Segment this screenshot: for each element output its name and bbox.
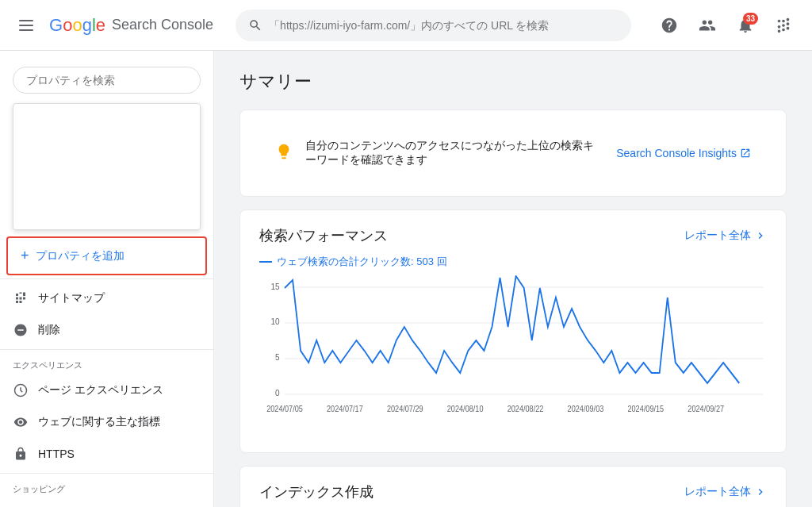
index-report-link[interactable]: レポート全体 bbox=[684, 485, 767, 499]
svg-text:15: 15 bbox=[270, 282, 279, 292]
svg-text:2024/09/03: 2024/09/03 bbox=[568, 405, 604, 413]
index-header: インデックス作成 レポート全体 bbox=[259, 482, 767, 501]
performance-card: 検索パフォーマンス レポート全体 ウェブ検索の合計クリック数: 503 回 15… bbox=[239, 209, 787, 453]
performance-report-link[interactable]: レポート全体 bbox=[684, 229, 767, 243]
external-link-icon bbox=[740, 148, 751, 159]
chart-legend-line bbox=[259, 261, 272, 263]
performance-chart-svg: 15 10 5 0 2024/07/05 2024/07/17 2024/0 bbox=[259, 275, 767, 434]
web-vitals-icon bbox=[13, 414, 29, 430]
topbar-icons: 33 bbox=[653, 10, 799, 41]
sidebar-item-web-vitals[interactable]: ウェブに関する主な指標 bbox=[0, 406, 207, 438]
sidebar-item-delete[interactable]: 削除 bbox=[0, 314, 207, 346]
chevron-right-icon-2 bbox=[754, 486, 767, 498]
https-icon bbox=[13, 446, 29, 462]
sidebar-search-wrap bbox=[0, 57, 213, 103]
delete-label: 削除 bbox=[38, 323, 60, 337]
page-experience-label: ページ エクスペリエンス bbox=[38, 383, 163, 398]
search-icon bbox=[248, 18, 262, 33]
insight-banner: 自分のコンテンツへのアクセスにつながった上位の検索キーワードを確認できます Se… bbox=[259, 126, 767, 180]
https-label: HTTPS bbox=[38, 447, 75, 460]
svg-text:5: 5 bbox=[275, 352, 280, 363]
sidebar-item-shopping[interactable]: ショッピング タブのリス... bbox=[0, 498, 207, 507]
svg-text:2024/07/05: 2024/07/05 bbox=[266, 405, 303, 413]
google-logo: Google Search Console bbox=[49, 15, 213, 36]
chart-legend-label: ウェブ検索の合計クリック数: 503 回 bbox=[259, 255, 767, 269]
sidebar-item-https[interactable]: HTTPS bbox=[0, 438, 207, 470]
svg-text:2024/08/22: 2024/08/22 bbox=[508, 405, 544, 413]
svg-text:10: 10 bbox=[270, 317, 279, 327]
performance-title: 検索パフォーマンス bbox=[259, 226, 388, 245]
sitemap-label: サイトマップ bbox=[38, 291, 105, 305]
account-button[interactable] bbox=[691, 10, 723, 41]
notification-count: 33 bbox=[743, 13, 758, 25]
performance-header: 検索パフォーマンス レポート全体 bbox=[259, 226, 767, 245]
shopping-section-label: ショッピング bbox=[0, 477, 213, 498]
page-title: サマリー bbox=[239, 70, 787, 94]
performance-chart: 15 10 5 0 2024/07/05 2024/07/17 2024/0 bbox=[259, 275, 767, 436]
svg-text:0: 0 bbox=[275, 388, 280, 398]
svg-text:2024/09/27: 2024/09/27 bbox=[688, 405, 724, 413]
delete-icon bbox=[13, 322, 29, 338]
insight-text: 自分のコンテンツへのアクセスにつながった上位の検索キーワードを確認できます bbox=[305, 139, 603, 167]
svg-text:2024/07/29: 2024/07/29 bbox=[387, 405, 423, 413]
layout: + プロパティを追加 サイトマップ 削除 エクスペリエンス ページ エクスペリエ… bbox=[0, 51, 812, 507]
web-vitals-label: ウェブに関する主な指標 bbox=[38, 415, 160, 429]
page-experience-icon bbox=[13, 382, 29, 398]
index-card: インデックス作成 レポート全体 ページのインデックス登録 インデックスに登録され… bbox=[239, 466, 787, 507]
insight-link-label: Search Console Insights bbox=[616, 147, 737, 159]
chevron-right-icon bbox=[754, 229, 767, 242]
divider-2 bbox=[0, 349, 213, 350]
help-button[interactable] bbox=[653, 10, 685, 41]
plus-icon: + bbox=[21, 248, 29, 264]
divider bbox=[0, 278, 213, 279]
sitemap-icon bbox=[13, 290, 29, 306]
apps-button[interactable] bbox=[768, 10, 799, 41]
chart-legend-text: ウェブ検索の合計クリック数: 503 回 bbox=[277, 255, 447, 269]
index-link-label: レポート全体 bbox=[684, 485, 751, 499]
topbar-search[interactable] bbox=[236, 10, 631, 41]
topbar: Google Search Console 33 bbox=[0, 0, 812, 51]
sidebar: + プロパティを追加 サイトマップ 削除 エクスペリエンス ページ エクスペリエ… bbox=[0, 51, 214, 507]
svg-text:2024/07/17: 2024/07/17 bbox=[327, 405, 363, 413]
app-name: Search Console bbox=[112, 17, 213, 33]
insight-link[interactable]: Search Console Insights bbox=[616, 147, 751, 159]
svg-text:2024/08/10: 2024/08/10 bbox=[447, 405, 484, 413]
sidebar-item-page-experience[interactable]: ページ エクスペリエンス bbox=[0, 374, 207, 406]
hamburger-menu[interactable] bbox=[13, 13, 40, 37]
insight-card: 自分のコンテンツへのアクセスにつながった上位の検索キーワードを確認できます Se… bbox=[239, 109, 787, 197]
index-title: インデックス作成 bbox=[259, 482, 373, 501]
experience-section-label: エクスペリエンス bbox=[0, 353, 213, 374]
notifications-button[interactable]: 33 bbox=[730, 10, 761, 41]
add-property-label: プロパティを追加 bbox=[36, 249, 124, 263]
property-search-input[interactable] bbox=[13, 67, 201, 94]
property-dropdown bbox=[13, 103, 201, 230]
sidebar-item-sitemap[interactable]: サイトマップ bbox=[0, 282, 207, 314]
svg-text:2024/09/15: 2024/09/15 bbox=[627, 405, 664, 413]
main-content: サマリー 自分のコンテンツへのアクセスにつながった上位の検索キーワードを確認でき… bbox=[214, 51, 812, 507]
divider-3 bbox=[0, 473, 213, 474]
add-property-button[interactable]: + プロパティを追加 bbox=[6, 236, 207, 275]
lightbulb-icon bbox=[275, 143, 293, 164]
performance-link-label: レポート全体 bbox=[684, 229, 751, 243]
topbar-search-input[interactable] bbox=[269, 19, 619, 32]
